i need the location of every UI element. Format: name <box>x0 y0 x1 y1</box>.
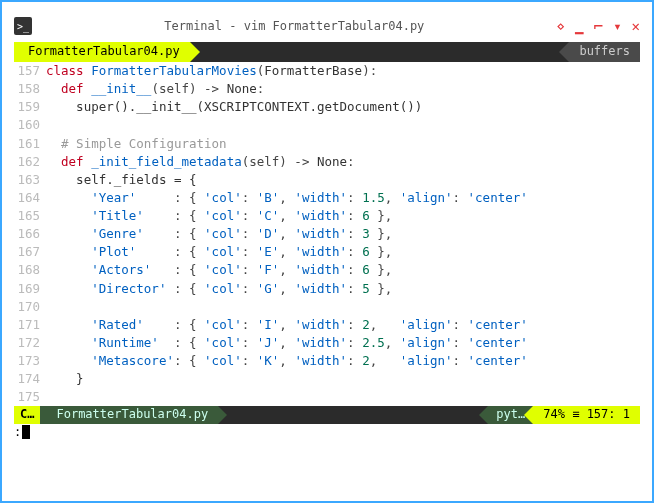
line-number: 166 <box>14 225 46 243</box>
close-button[interactable]: ✕ <box>632 18 640 34</box>
line-number: 174 <box>14 370 46 388</box>
code-content: # Simple Configuration <box>46 135 640 153</box>
terminal-window: >_ Terminal - vim FormatterTabular04.py … <box>0 0 654 503</box>
code-content: super().__init__(XSCRIPTCONTEXT.getDocum… <box>46 98 640 116</box>
code-line: 166 'Genre' : { 'col': 'D', 'width': 3 }… <box>14 225 640 243</box>
line-number: 158 <box>14 80 46 98</box>
code-line: 175 <box>14 388 640 406</box>
code-content: 'Year' : { 'col': 'B', 'width': 1.5, 'al… <box>46 189 640 207</box>
status-col: 1 <box>623 407 630 421</box>
code-line: 168 'Actors' : { 'col': 'F', 'width': 6 … <box>14 261 640 279</box>
minimize-button[interactable]: ▁ <box>575 18 583 34</box>
code-content: def __init__(self) -> None: <box>46 80 640 98</box>
statusbar: C… FormatterTabular04.py pyt… 74% ≡ 157:… <box>14 406 640 424</box>
code-line: 170 <box>14 298 640 316</box>
code-line: 157class FormatterTabularMovies(Formatte… <box>14 62 640 80</box>
line-number: 171 <box>14 316 46 334</box>
code-line: 160 <box>14 116 640 134</box>
code-content <box>46 388 640 406</box>
window-title: Terminal - vim FormatterTabular04.py <box>32 19 557 33</box>
line-number: 172 <box>14 334 46 352</box>
command-line[interactable]: : <box>14 424 640 440</box>
code-line: 159 super().__init__(XSCRIPTCONTEXT.getD… <box>14 98 640 116</box>
titlebar-left: >_ <box>14 17 32 35</box>
status-sep: ≡ <box>572 407 586 421</box>
status-spacer <box>218 406 488 424</box>
line-number: 159 <box>14 98 46 116</box>
line-number: 160 <box>14 116 46 134</box>
window-dots-icon[interactable]: ⋄ <box>557 18 565 34</box>
code-content: 'Rated' : { 'col': 'I', 'width': 2, 'ali… <box>46 316 640 334</box>
code-content: 'Runtime' : { 'col': 'J', 'width': 2.5, … <box>46 334 640 352</box>
code-content <box>46 298 640 316</box>
line-number: 162 <box>14 153 46 171</box>
line-number: 168 <box>14 261 46 279</box>
code-line: 174 } <box>14 370 640 388</box>
code-line: 172 'Runtime' : { 'col': 'J', 'width': 2… <box>14 334 640 352</box>
line-number: 169 <box>14 280 46 298</box>
line-number: 175 <box>14 388 46 406</box>
restore-button[interactable]: ▾ <box>613 18 621 34</box>
code-line: 165 'Title' : { 'col': 'C', 'width': 6 }… <box>14 207 640 225</box>
tab-active[interactable]: FormatterTabular04.py <box>14 42 190 62</box>
code-line: 158 def __init__(self) -> None: <box>14 80 640 98</box>
line-number: 157 <box>14 62 46 80</box>
code-line: 173 'Metascore': { 'col': 'K', 'width': … <box>14 352 640 370</box>
cmd-prompt: : <box>14 425 21 439</box>
status-line: 157 <box>587 407 609 421</box>
status-colon: : <box>608 407 622 421</box>
code-content: def _init_field_metadata(self) -> None: <box>46 153 640 171</box>
titlebar: >_ Terminal - vim FormatterTabular04.py … <box>14 14 640 38</box>
editor-area[interactable]: 157class FormatterTabularMovies(Formatte… <box>14 62 640 406</box>
code-line: 161 # Simple Configuration <box>14 135 640 153</box>
line-number: 165 <box>14 207 46 225</box>
tab-buffers[interactable]: buffers <box>569 42 640 62</box>
code-content: 'Plot' : { 'col': 'E', 'width': 6 }, <box>46 243 640 261</box>
line-number: 161 <box>14 135 46 153</box>
maximize-button[interactable]: ⌐ <box>593 17 603 36</box>
code-content: 'Director' : { 'col': 'G', 'width': 5 }, <box>46 280 640 298</box>
line-number: 170 <box>14 298 46 316</box>
code-line: 167 'Plot' : { 'col': 'E', 'width': 6 }, <box>14 243 640 261</box>
terminal-icon: >_ <box>14 17 32 35</box>
line-number: 163 <box>14 171 46 189</box>
status-percent: 74% <box>543 407 565 421</box>
code-content: 'Metascore': { 'col': 'K', 'width': 2, '… <box>46 352 640 370</box>
code-line: 164 'Year' : { 'col': 'B', 'width': 1.5,… <box>14 189 640 207</box>
line-number: 173 <box>14 352 46 370</box>
window-controls: ⋄ ▁ ⌐ ▾ ✕ <box>557 17 640 36</box>
status-filename: FormatterTabular04.py <box>40 406 218 424</box>
code-content: 'Actors' : { 'col': 'F', 'width': 6 }, <box>46 261 640 279</box>
status-mode: C… <box>14 406 40 424</box>
code-content: class FormatterTabularMovies(FormatterBa… <box>46 62 640 80</box>
line-number: 167 <box>14 243 46 261</box>
code-content: } <box>46 370 640 388</box>
line-number: 164 <box>14 189 46 207</box>
code-line: 162 def _init_field_metadata(self) -> No… <box>14 153 640 171</box>
buffer-tabbar: FormatterTabular04.py buffers <box>14 42 640 62</box>
code-line: 171 'Rated' : { 'col': 'I', 'width': 2, … <box>14 316 640 334</box>
code-content: self._fields = { <box>46 171 640 189</box>
status-position: 74% ≡ 157: 1 <box>533 406 640 424</box>
code-content <box>46 116 640 134</box>
cursor <box>22 425 30 439</box>
code-line: 163 self._fields = { <box>14 171 640 189</box>
code-content: 'Title' : { 'col': 'C', 'width': 6 }, <box>46 207 640 225</box>
code-content: 'Genre' : { 'col': 'D', 'width': 3 }, <box>46 225 640 243</box>
code-line: 169 'Director' : { 'col': 'G', 'width': … <box>14 280 640 298</box>
